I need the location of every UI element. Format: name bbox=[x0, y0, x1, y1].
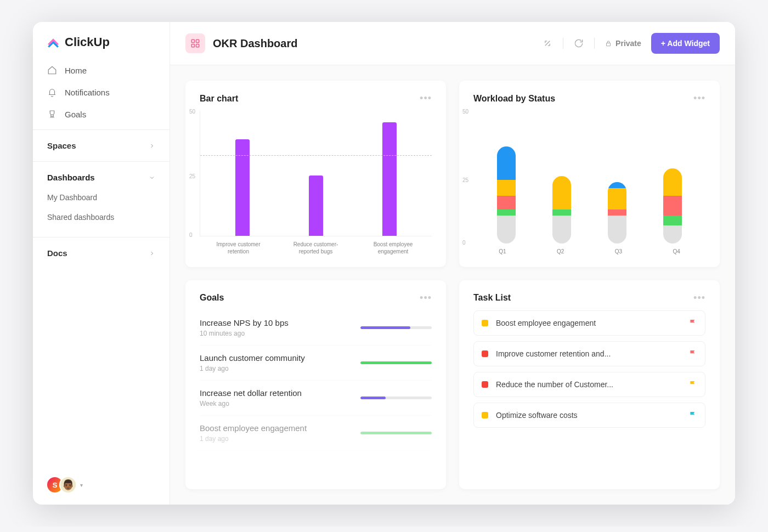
section-spaces: Spaces bbox=[33, 129, 170, 161]
goal-time: Week ago bbox=[200, 400, 349, 408]
docs-label: Docs bbox=[47, 248, 67, 258]
clickup-logo-icon bbox=[46, 35, 60, 49]
task-name: Reduce the number of Customer... bbox=[496, 380, 681, 389]
bar-segment bbox=[608, 210, 626, 216]
x-label: Q2 bbox=[544, 248, 577, 255]
y-tick: 0 bbox=[462, 240, 466, 246]
tasks-list: Boost employee engagementImprove custome… bbox=[473, 310, 705, 433]
stacked-bar bbox=[552, 176, 571, 243]
y-tick: 50 bbox=[189, 109, 195, 115]
lock-icon bbox=[605, 39, 612, 47]
section-docs: Docs bbox=[33, 237, 170, 269]
goal-item[interactable]: Boost employee engagement1 day ago bbox=[200, 416, 432, 451]
task-item[interactable]: Reduce the number of Customer... bbox=[473, 372, 705, 397]
goal-item[interactable]: Increase NPS by 10 bps10 minutes ago bbox=[200, 310, 432, 346]
task-name: Improve customer retention and... bbox=[496, 349, 681, 358]
task-item[interactable]: Boost employee engagement bbox=[473, 310, 705, 336]
goal-item[interactable]: Increase net dollar retentionWeek ago bbox=[200, 381, 432, 416]
bar-segment bbox=[663, 225, 682, 243]
card-menu-icon[interactable]: ••• bbox=[693, 93, 705, 104]
progress-bar bbox=[360, 326, 432, 329]
flag-icon bbox=[688, 349, 697, 358]
goal-name: Increase NPS by 10 bps bbox=[200, 318, 349, 327]
dashboards-header[interactable]: Dashboards bbox=[33, 169, 170, 185]
chevron-down-icon bbox=[149, 174, 155, 181]
card-title: Workload by Status bbox=[473, 94, 555, 104]
brand-name: ClickUp bbox=[65, 35, 110, 49]
bar-segment bbox=[552, 216, 571, 243]
bar-segment bbox=[552, 210, 571, 216]
progress-bar bbox=[360, 361, 432, 364]
bar-chart-card: Bar chart ••• 50 25 0 Improve customer r… bbox=[185, 81, 446, 267]
bar-segment bbox=[497, 180, 516, 196]
card-menu-icon[interactable]: ••• bbox=[420, 93, 432, 104]
goal-item[interactable]: Launch customer community1 day ago bbox=[200, 346, 432, 381]
card-menu-icon[interactable]: ••• bbox=[420, 292, 432, 304]
bar-segment bbox=[497, 196, 516, 210]
bar-segment bbox=[497, 146, 516, 180]
goals-card: Goals ••• Increase NPS by 10 bps10 minut… bbox=[185, 280, 446, 490]
user-avatars[interactable]: S ▾ bbox=[33, 465, 170, 505]
flag-icon bbox=[688, 411, 697, 420]
goal-name: Increase net dollar retention bbox=[200, 388, 349, 398]
docs-header[interactable]: Docs bbox=[33, 245, 170, 261]
nav-home-label: Home bbox=[65, 66, 87, 75]
stacked-bar bbox=[497, 146, 516, 243]
tasks-card: Task List ••• Boost employee engagementI… bbox=[459, 280, 720, 490]
status-square bbox=[482, 412, 488, 418]
primary-nav: Home Notifications Goals bbox=[33, 59, 170, 129]
y-tick: 0 bbox=[189, 232, 193, 238]
sidebar-item-my-dashboard[interactable]: My Dashboard bbox=[33, 188, 170, 207]
card-title: Task List bbox=[473, 293, 511, 303]
privacy-toggle[interactable]: Private bbox=[605, 39, 641, 48]
task-item[interactable]: Optimize software costs bbox=[473, 403, 705, 428]
bell-icon bbox=[47, 87, 57, 97]
nav-notifications[interactable]: Notifications bbox=[33, 81, 170, 103]
goal-time: 10 minutes ago bbox=[200, 330, 349, 337]
chevron-right-icon bbox=[149, 143, 155, 149]
divider bbox=[563, 38, 563, 49]
refresh-icon[interactable] bbox=[573, 38, 584, 49]
avatar-2 bbox=[59, 476, 77, 494]
spaces-label: Spaces bbox=[47, 141, 76, 150]
card-menu-icon[interactable]: ••• bbox=[693, 292, 705, 304]
svg-rect-1 bbox=[196, 39, 199, 42]
x-label: Boost employee engagement bbox=[366, 241, 421, 255]
progress-bar bbox=[360, 397, 432, 399]
goals-list: Increase NPS by 10 bps10 minutes agoLaun… bbox=[200, 310, 432, 451]
svg-rect-4 bbox=[607, 43, 611, 46]
goal-time: 1 day ago bbox=[200, 435, 349, 443]
nav-goals[interactable]: Goals bbox=[33, 103, 170, 125]
bar bbox=[235, 139, 250, 236]
stacked-chart: 50 25 0 Q1Q2Q3Q4 bbox=[473, 111, 705, 255]
app-window: ClickUp Home Notifications Goals Spaces bbox=[33, 22, 735, 505]
bar-segment bbox=[663, 168, 682, 196]
spaces-header[interactable]: Spaces bbox=[33, 138, 170, 154]
goal-name: Launch customer community bbox=[200, 353, 349, 363]
add-widget-button[interactable]: + Add Widget bbox=[651, 33, 720, 54]
brand-logo[interactable]: ClickUp bbox=[33, 22, 170, 59]
bar-segment bbox=[497, 210, 516, 216]
widget-grid: Bar chart ••• 50 25 0 Improve customer r… bbox=[170, 65, 735, 505]
bar-segment bbox=[608, 182, 626, 188]
bar-chart: 50 25 0 Improve customer retentionReduce… bbox=[200, 111, 432, 255]
progress-bar bbox=[360, 432, 432, 434]
reference-line bbox=[200, 155, 432, 156]
page-header: OKR Dashboard Private + Add Widget bbox=[170, 22, 735, 65]
svg-rect-2 bbox=[191, 44, 194, 47]
goal-name: Boost employee engagement bbox=[200, 423, 349, 433]
expand-icon[interactable] bbox=[542, 38, 553, 49]
goal-time: 1 day ago bbox=[200, 365, 349, 372]
x-label: Improve customer retention bbox=[211, 241, 266, 255]
workload-card: Workload by Status ••• 50 25 0 Q1Q2Q3Q4 bbox=[459, 81, 720, 267]
divider bbox=[594, 38, 595, 49]
y-tick: 50 bbox=[462, 109, 468, 115]
avatar-dropdown-icon[interactable]: ▾ bbox=[80, 482, 83, 488]
task-item[interactable]: Improve customer retention and... bbox=[473, 341, 705, 366]
sidebar-item-shared-dashboards[interactable]: Shared dashboards bbox=[33, 207, 170, 227]
bar bbox=[382, 122, 397, 235]
home-icon bbox=[47, 65, 57, 75]
nav-home[interactable]: Home bbox=[33, 59, 170, 81]
flag-icon bbox=[688, 380, 697, 389]
privacy-label: Private bbox=[615, 39, 641, 48]
